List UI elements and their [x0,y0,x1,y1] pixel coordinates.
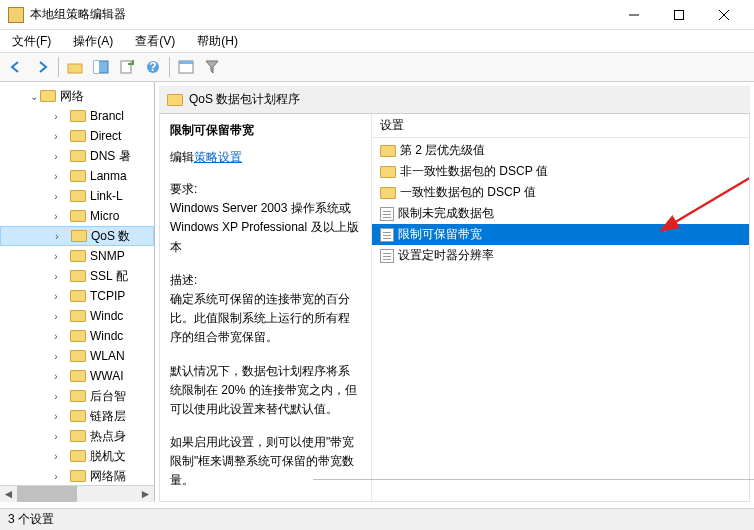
settings-header[interactable]: 设置 [372,114,749,138]
up-button[interactable] [63,55,87,79]
statusbar: 3 个设置 [0,508,754,530]
tree-item[interactable]: ›后台智 [0,386,154,406]
tree-item-label: QoS 数 [91,228,130,245]
tree-item[interactable]: ›Windc [0,306,154,326]
caret-right-icon[interactable]: › [50,431,62,442]
tree-item[interactable]: ›SNMP [0,246,154,266]
tree-item-label: Micro [90,209,119,223]
svg-rect-11 [179,61,193,64]
tree-item[interactable]: ›Lanma [0,166,154,186]
folder-icon [70,250,86,262]
tree-item[interactable]: ›Windc [0,326,154,346]
titlebar: 本地组策略编辑器 [0,0,754,30]
edit-policy-link[interactable]: 策略设置 [194,150,242,164]
tree-item[interactable]: ›WWAI [0,366,154,386]
folder-icon [70,390,86,402]
setting-item[interactable]: 限制可保留带宽 [372,224,749,245]
settings-column: 设置 第 2 层优先级值非一致性数据包的 DSCP 值一致性数据包的 DSCP … [372,114,749,501]
status-text: 3 个设置 [8,512,54,526]
scroll-right-icon[interactable]: ► [137,486,154,502]
app-icon [8,7,24,23]
help-button[interactable]: ? [141,55,165,79]
setting-item[interactable]: 第 2 层优先级值 [372,140,749,161]
tree-item[interactable]: ›Micro [0,206,154,226]
caret-right-icon[interactable]: › [50,271,62,282]
properties-button[interactable] [174,55,198,79]
caret-right-icon[interactable]: › [50,471,62,482]
tree-root-network[interactable]: ⌄网络 [0,86,154,106]
tree-item[interactable]: ›热点身 [0,426,154,446]
tree-item-label: TCPIP [90,289,125,303]
caret-right-icon[interactable]: › [50,451,62,462]
policy-title: 限制可保留带宽 [170,122,361,139]
export-button[interactable] [115,55,139,79]
policy-icon [380,207,394,221]
caret-right-icon[interactable]: › [50,131,62,142]
tree-item-label: Lanma [90,169,127,183]
tree-item[interactable]: ›SSL 配 [0,266,154,286]
tree-item[interactable]: ›DNS 暑 [0,146,154,166]
tree-item-label: 链路层 [90,408,126,425]
tree-item[interactable]: ›TCPIP [0,286,154,306]
caret-right-icon[interactable]: › [50,391,62,402]
tree-pane: ⌄网络›Brancl›Direct›DNS 暑›Lanma›Link-L›Mic… [0,82,155,502]
tree-horizontal-scrollbar[interactable]: ◄ ► [0,485,154,502]
setting-label: 限制可保留带宽 [398,226,482,243]
folder-icon [70,430,86,442]
caret-right-icon[interactable]: › [50,311,62,322]
policy-icon [380,249,394,263]
close-button[interactable] [701,1,746,29]
scroll-thumb[interactable] [17,486,77,502]
folder-icon [380,145,396,157]
setting-item[interactable]: 一致性数据包的 DSCP 值 [372,182,749,203]
tree-item[interactable]: ›脱机文 [0,446,154,466]
description-column: 限制可保留带宽 编辑策略设置 要求: Windows Server 2003 操… [160,114,372,501]
folder-icon [380,187,396,199]
caret-right-icon[interactable]: › [51,231,63,242]
maximize-button[interactable] [656,1,701,29]
toolbar: ? [0,52,754,82]
menu-help[interactable]: 帮助(H) [193,31,242,52]
tree-item[interactable]: ›网络隔 [0,466,154,486]
folder-icon [70,110,86,122]
filter-button[interactable] [200,55,224,79]
menubar: 文件(F) 操作(A) 查看(V) 帮助(H) [0,30,754,52]
caret-right-icon[interactable]: › [50,111,62,122]
setting-item[interactable]: 设置定时器分辨率 [372,245,749,266]
tree-item[interactable]: ›Direct [0,126,154,146]
folder-icon [40,90,56,102]
tree-item[interactable]: ›WLAN [0,346,154,366]
folder-icon [70,190,86,202]
menu-view[interactable]: 查看(V) [131,31,179,52]
caret-right-icon[interactable]: › [50,331,62,342]
caret-right-icon[interactable]: › [50,351,62,362]
minimize-button[interactable] [611,1,656,29]
menu-action[interactable]: 操作(A) [69,31,117,52]
tree-item[interactable]: ›Link-L [0,186,154,206]
caret-right-icon[interactable]: › [50,371,62,382]
setting-item[interactable]: 限制未完成数据包 [372,203,749,224]
policy-icon [380,228,394,242]
caret-right-icon[interactable]: › [50,171,62,182]
caret-right-icon[interactable]: › [50,191,62,202]
forward-button[interactable] [30,55,54,79]
folder-icon [70,210,86,222]
back-button[interactable] [4,55,28,79]
caret-right-icon[interactable]: › [50,251,62,262]
menu-file[interactable]: 文件(F) [8,31,55,52]
tree-item[interactable]: ›Brancl [0,106,154,126]
folder-icon [70,150,86,162]
caret-down-icon[interactable]: ⌄ [28,91,40,102]
setting-item[interactable]: 非一致性数据包的 DSCP 值 [372,161,749,182]
caret-right-icon[interactable]: › [50,291,62,302]
requirements-label: 要求: [170,180,361,199]
description-text-1: 确定系统可保留的连接带宽的百分比。此值限制系统上运行的所有程序的组合带宽保留。 [170,290,361,348]
tree-item[interactable]: ›QoS 数 [0,226,154,246]
caret-right-icon[interactable]: › [50,411,62,422]
tree-item-label: 热点身 [90,428,126,445]
show-hide-button[interactable] [89,55,113,79]
caret-right-icon[interactable]: › [50,151,62,162]
scroll-left-icon[interactable]: ◄ [0,486,17,502]
caret-right-icon[interactable]: › [50,211,62,222]
tree-item[interactable]: ›链路层 [0,406,154,426]
